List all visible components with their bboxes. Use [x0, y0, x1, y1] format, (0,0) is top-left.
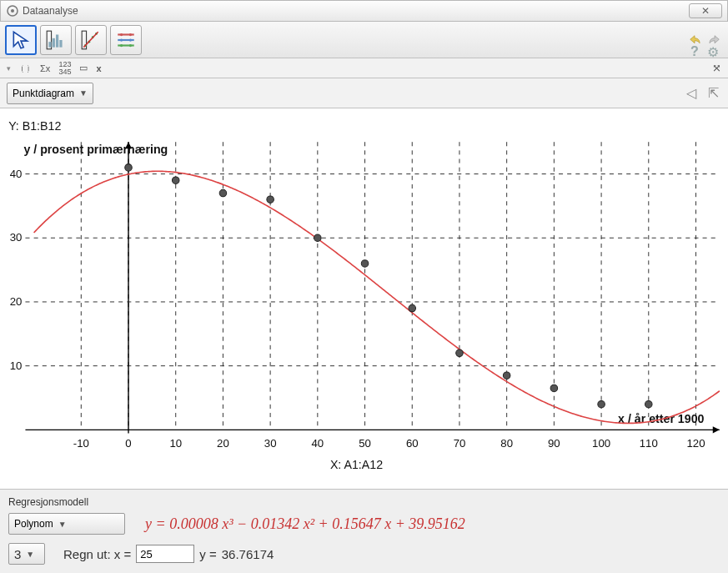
calc-x-input[interactable] [136, 545, 194, 563]
svg-point-18 [129, 38, 132, 41]
sigma-label[interactable]: Σx [40, 63, 50, 73]
help-icon: ? [690, 44, 699, 59]
chevron-down-icon: ▼ [79, 88, 88, 98]
main-toolbar: ? ⚙ [0, 22, 728, 58]
svg-point-66 [267, 196, 274, 204]
svg-point-21 [129, 43, 132, 46]
close-button[interactable]: ✕ [689, 3, 722, 18]
polynomial-degree-select[interactable]: 3 ▼ [8, 543, 45, 565]
dropdown-marker-icon[interactable]: ▾ [7, 64, 11, 73]
svg-text:40: 40 [10, 168, 23, 180]
chart-options-bar: Punktdiagram ▼ ◁ ⇱ [0, 78, 728, 108]
regression-panel-label: Regresjonsmodell [8, 496, 720, 508]
chevron-down-icon: ▼ [26, 550, 34, 559]
svg-text:50: 50 [359, 437, 371, 450]
svg-point-20 [120, 43, 123, 46]
table-icon[interactable]: ▭ [79, 63, 88, 73]
svg-point-69 [409, 304, 416, 312]
svg-text:0: 0 [125, 437, 131, 450]
multi-var-analysis-button[interactable] [110, 25, 142, 55]
svg-point-1 [11, 9, 14, 13]
regression-panel: Regresjonsmodell Polynom ▼ y = 0.00008 x… [0, 490, 728, 573]
multi-series-icon [115, 29, 137, 51]
regression-equation: y = 0.00008 x³ − 0.01342 x² + 0.15647 x … [145, 515, 465, 533]
svg-text:60: 60 [406, 437, 419, 450]
svg-rect-4 [53, 38, 55, 47]
regression-model-select[interactable]: Polynom ▼ [8, 513, 125, 535]
svg-text:Y:  B1:B12: Y: B1:B12 [8, 119, 61, 133]
gear-icon: ⚙ [707, 44, 719, 60]
svg-point-17 [120, 38, 123, 41]
window-title: Dataanalyse [23, 5, 689, 17]
calc-y-label: y = [199, 547, 216, 561]
svg-text:100: 100 [592, 437, 610, 450]
svg-text:-10: -10 [73, 437, 89, 450]
svg-text:70: 70 [454, 437, 466, 450]
chevron-down-icon: ▼ [58, 520, 67, 529]
svg-point-14 [120, 33, 123, 35]
svg-point-67 [314, 234, 322, 242]
svg-point-71 [503, 372, 510, 379]
svg-text:y / prosent primærnæring: y / prosent primærnæring [23, 143, 168, 156]
svg-text:80: 80 [500, 437, 513, 450]
calc-y-value: 36.76174 [222, 547, 274, 561]
single-var-analysis-button[interactable] [40, 25, 72, 55]
svg-point-72 [550, 385, 558, 392]
svg-text:110: 110 [640, 437, 658, 450]
svg-text:120: 120 [686, 437, 705, 450]
svg-line-12 [83, 32, 98, 47]
secondary-toolbar: ▾ ⟮ ⟯ Σx 123345 ▭ x ⤧ [0, 58, 728, 78]
svg-point-73 [598, 400, 605, 408]
svg-text:20: 20 [10, 295, 23, 308]
detach-icon[interactable]: ⤧ [712, 62, 721, 74]
degree-value: 3 [14, 547, 21, 561]
svg-point-15 [129, 33, 132, 35]
svg-point-68 [361, 260, 369, 268]
svg-point-65 [219, 189, 227, 197]
svg-text:30: 30 [10, 231, 23, 244]
svg-text:X:  A1:A12: X: A1:A12 [330, 458, 383, 471]
chart-type-value: Punktdiagram [13, 88, 74, 99]
regression-model-value: Polynom [14, 518, 53, 530]
chart-area[interactable]: Y: B1:B12y / prosent primærnæring-100102… [0, 108, 728, 490]
titlebar: Dataanalyse ✕ [0, 0, 728, 22]
svg-text:20: 20 [217, 437, 229, 450]
svg-rect-6 [59, 40, 62, 48]
popout-button[interactable]: ⇱ [705, 85, 721, 102]
help-button[interactable]: ? [686, 43, 703, 60]
svg-text:30: 30 [264, 437, 277, 450]
close-icon: ✕ [701, 5, 710, 17]
fraction-label[interactable]: 123345 [58, 61, 71, 76]
svg-point-64 [172, 177, 179, 184]
x-label[interactable]: x [96, 63, 101, 73]
brackets-icon[interactable]: ⟮ ⟯ [19, 63, 32, 73]
svg-text:90: 90 [548, 437, 560, 450]
svg-text:10: 10 [10, 359, 23, 372]
svg-rect-3 [48, 42, 51, 47]
regression-analysis-button[interactable] [75, 25, 107, 55]
svg-rect-5 [56, 34, 58, 47]
pointer-tool-button[interactable] [5, 25, 37, 55]
svg-point-63 [125, 164, 133, 172]
app-logo-icon [6, 4, 19, 18]
scatter-regression-icon [80, 29, 102, 51]
bar-chart-icon [45, 29, 67, 51]
svg-point-70 [456, 349, 464, 357]
nav-prev-button[interactable]: ◁ [683, 85, 700, 102]
scatter-chart: Y: B1:B12y / prosent primærnæring-100102… [0, 108, 728, 489]
svg-text:40: 40 [312, 437, 324, 450]
calc-x-label: Regn ut: x = [63, 547, 131, 561]
svg-text:10: 10 [169, 437, 182, 450]
settings-button[interactable]: ⚙ [705, 43, 721, 60]
svg-point-74 [645, 400, 653, 408]
pointer-icon [10, 29, 32, 51]
chart-type-select[interactable]: Punktdiagram ▼ [7, 83, 93, 104]
